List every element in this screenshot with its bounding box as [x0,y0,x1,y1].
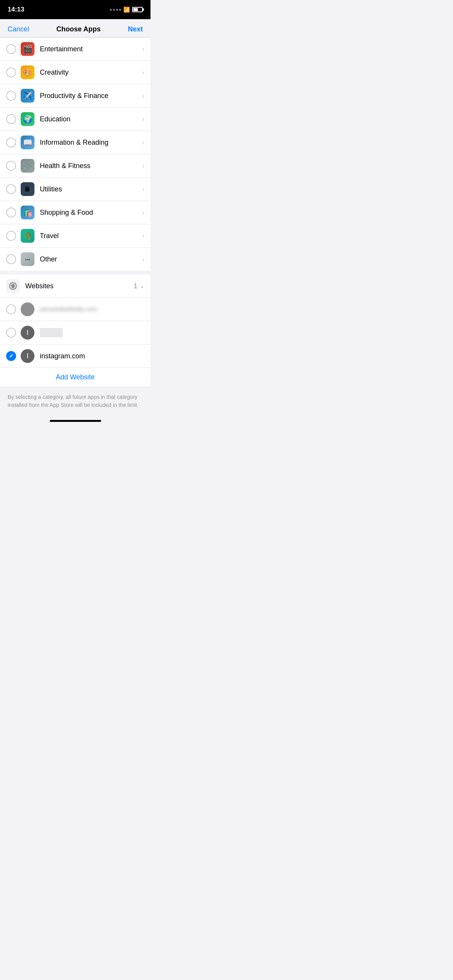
website-radio-2[interactable] [6,328,16,338]
signal-icon [110,9,121,11]
chevron-right-icon: › [142,209,144,217]
modal-container: Cancel Choose Apps Next 🎬 Entertainment … [0,19,150,417]
category-radio-info[interactable] [6,137,16,147]
list-item[interactable]: 🛍️ Shopping & Food › [0,201,150,224]
website-radio-instagram[interactable] [6,351,16,361]
list-item[interactable]: ✈️ Productivity & Finance › [0,84,150,108]
category-label: Health & Fitness [40,162,142,170]
chevron-right-icon: › [142,115,144,123]
website-avatar-2: I [21,326,34,340]
list-item[interactable]: 📖 Information & Reading › [0,131,150,154]
chevron-down-icon: ⌄ [140,283,144,289]
category-label: Entertainment [40,45,142,53]
website-label-blurred: personalwebsite.com [40,306,144,313]
status-icons: 📶 [110,7,143,13]
health-icon: 🚲 [21,159,34,173]
chevron-right-icon: › [142,162,144,170]
website-item[interactable]: I [0,321,150,345]
website-avatar-instagram: I [21,349,34,363]
productivity-icon: ✈️ [21,89,34,103]
list-item[interactable]: 🖩 Utilities › [0,178,150,201]
category-radio-shopping[interactable] [6,207,16,217]
shopping-icon: 🛍️ [21,206,34,219]
other-icon: ••• [21,252,34,266]
website-item[interactable]: personalwebsite.com [0,298,150,321]
wifi-icon: 📶 [123,7,130,13]
chevron-right-icon: › [142,185,144,193]
travel-icon: 🌴 [21,229,34,243]
next-button[interactable]: Next [128,25,143,33]
websites-header[interactable]: Websites 1 ⌄ [0,274,150,298]
websites-label: Websites [25,282,134,290]
categories-list: 🎬 Entertainment › 🎨 Creativity › ✈️ Prod… [0,38,150,271]
battery-icon [132,7,143,12]
website-radio-1[interactable] [6,304,16,314]
websites-count: 1 [134,282,137,290]
cancel-button[interactable]: Cancel [8,25,29,33]
category-label: Shopping & Food [40,209,142,217]
category-radio-other[interactable] [6,254,16,264]
nav-bar: Cancel Choose Apps Next [0,19,150,38]
page-title: Choose Apps [56,25,100,33]
chevron-right-icon: › [142,69,144,77]
chevron-right-icon: › [142,255,144,263]
category-radio-creativity[interactable] [6,67,16,77]
creativity-icon: 🎨 [21,65,34,79]
category-label: Education [40,115,142,123]
category-radio-entertainment[interactable] [6,44,16,54]
websites-section: Websites 1 ⌄ personalwebsite.com I I ins… [0,274,150,387]
website-item[interactable]: I instagram.com [0,345,150,368]
category-radio-education[interactable] [6,114,16,124]
website-avatar-1 [21,302,34,316]
list-item[interactable]: ••• Other › [0,248,150,271]
chevron-right-icon: › [142,232,144,240]
add-website-button[interactable]: Add Website [56,373,95,381]
education-icon: 🌍 [21,112,34,126]
chevron-right-icon: › [142,92,144,100]
category-label: Information & Reading [40,139,142,147]
list-item[interactable]: 🌍 Education › [0,108,150,131]
home-indicator [0,417,150,423]
list-item[interactable]: 🚲 Health & Fitness › [0,154,150,178]
chevron-right-icon: › [142,45,144,53]
entertainment-icon: 🎬 [21,42,34,56]
category-label: Utilities [40,185,142,193]
info-icon: 📖 [21,136,34,149]
category-label: Creativity [40,69,142,77]
category-radio-utilities[interactable] [6,184,16,194]
status-bar: 14:13 📶 [0,0,150,19]
status-time: 14:13 [8,6,24,13]
list-item[interactable]: 🎨 Creativity › [0,61,150,84]
category-radio-travel[interactable] [6,231,16,241]
websites-icon [6,279,20,293]
list-item[interactable]: 🎬 Entertainment › [0,38,150,61]
website-placeholder [40,328,63,337]
website-label-instagram: instagram.com [40,352,144,360]
home-bar [50,420,101,422]
category-label: Productivity & Finance [40,92,142,100]
chevron-right-icon: › [142,139,144,147]
category-radio-productivity[interactable] [6,91,16,101]
category-label: Other [40,255,142,263]
list-item[interactable]: 🌴 Travel › [0,224,150,248]
add-website-row[interactable]: Add Website [0,368,150,387]
category-label: Travel [40,232,142,240]
footer-text: By selecting a category, all future apps… [0,387,150,417]
utilities-icon: 🖩 [21,182,34,196]
category-radio-health[interactable] [6,161,16,171]
